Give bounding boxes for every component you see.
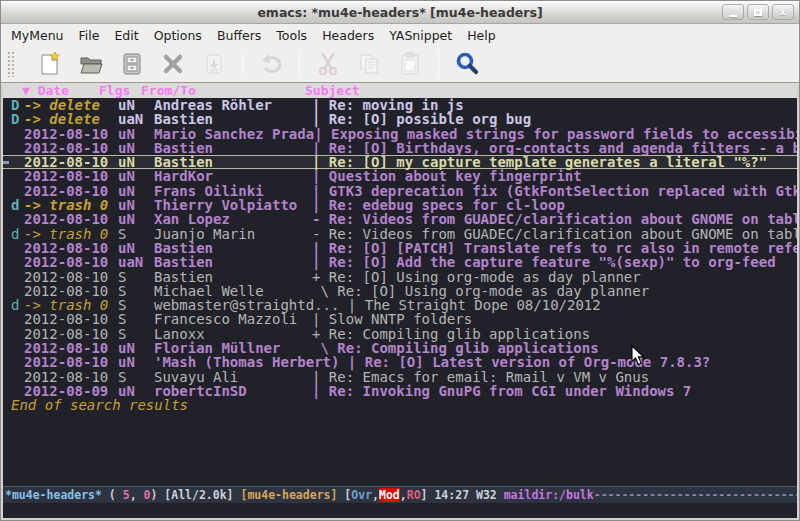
menu-item-mymenu[interactable]: MyMenu — [11, 28, 64, 43]
from-field: Bastien — [154, 255, 312, 269]
modeline-segment: maildir:/bulk — [504, 488, 594, 502]
message-row[interactable]: 2012-08-10uNMario Sanchez Prada| Exposin… — [3, 127, 797, 141]
mark-field — [11, 284, 24, 298]
flags-field: S — [118, 270, 154, 284]
date-field: 2012-08-10 — [24, 341, 118, 355]
flags-field: uN — [118, 169, 154, 183]
modeline-segment: , — [372, 488, 379, 502]
undo-arrow-icon — [258, 51, 284, 77]
message-row[interactable]: 2012-08-10uNBastien| Re: [O] [PATCH] Tra… — [3, 241, 797, 255]
message-row[interactable]: D-> deleteuNAndreas Röhler| Re: moving i… — [3, 98, 797, 112]
mark-field — [11, 212, 24, 226]
menu-item-edit[interactable]: Edit — [114, 28, 138, 43]
mark-field: D — [11, 112, 24, 126]
open-file-button[interactable] — [78, 51, 104, 77]
message-row[interactable]: 2012-08-10uNFrans Oilinki| GTK3 deprecat… — [3, 184, 797, 198]
date-field: 2012-08-10 — [24, 255, 118, 269]
column-from-to: From/To — [141, 83, 305, 98]
message-list: D-> deleteuNAndreas Röhler| Re: moving i… — [3, 98, 797, 398]
emacs-frame: ▼ Date Flgs From/To Subject D-> deleteuN… — [1, 83, 799, 520]
flags-field: S — [118, 370, 154, 384]
flags-field: uN — [118, 355, 154, 369]
flags-field: uN — [118, 384, 154, 398]
from-field: Suvayu Ali — [154, 370, 312, 384]
minimize-icon — [729, 15, 737, 17]
date-field: -> delete — [24, 112, 118, 126]
title-bar[interactable]: emacs: *mu4e-headers* [mu4e-headers] x — [1, 1, 799, 24]
mark-field — [11, 127, 24, 141]
mark-field: d — [11, 227, 24, 241]
new-file-button[interactable] — [37, 51, 63, 77]
subject-field: | Exposing masked strings for password f… — [314, 127, 799, 141]
message-row[interactable]: 2012-08-10uNBastien| Re: [O] my capture … — [3, 155, 797, 169]
message-row[interactable]: 2012-08-09uNrobertcInSD| Re: Invoking Gn… — [3, 384, 797, 398]
from-field: Michael Welle — [154, 284, 312, 298]
mark-field — [11, 141, 24, 155]
message-row[interactable]: 2012-08-10SLanoxx+ Re: Compiling glib ap… — [3, 327, 797, 341]
message-row[interactable]: 2012-08-10SSuvayu Ali| Re: Emacs for ema… — [3, 370, 797, 384]
mark-field — [11, 169, 24, 183]
message-row[interactable]: D-> deleteuaNBastien| Re: [O] possible o… — [3, 112, 797, 126]
close-buffer-button[interactable] — [160, 51, 186, 77]
message-row[interactable]: d-> trash 0uNThierry Volpiatto| Re: edeb… — [3, 198, 797, 212]
modeline-segment: *mu4e-headers* — [5, 488, 102, 502]
date-field: 2012-08-10 — [24, 312, 118, 326]
minimize-button[interactable] — [722, 4, 744, 20]
echo-area[interactable] — [3, 503, 797, 518]
menu-item-file[interactable]: File — [79, 28, 100, 43]
sort-descending-icon: ▼ — [22, 83, 30, 98]
save-drawer-icon — [120, 51, 144, 77]
subject-field: \ Re: Compiling glib applications — [312, 341, 599, 355]
message-row[interactable]: d-> trash 0Swebmaster@straightd... | The… — [3, 298, 797, 312]
subject-field: + Re: Compiling glib applications — [312, 327, 590, 341]
flags-field: uaN — [118, 255, 154, 269]
close-button[interactable]: x — [772, 4, 794, 20]
from-field: Bastien — [154, 241, 312, 255]
menu-item-headers[interactable]: Headers — [322, 28, 374, 43]
undo-button — [258, 51, 284, 77]
date-field: 2012-08-10 — [24, 156, 118, 168]
mark-field — [11, 312, 24, 326]
flags-field: uN — [118, 127, 154, 141]
from-field: webmaster@straightd... — [154, 298, 339, 312]
menu-item-buffers[interactable]: Buffers — [217, 28, 261, 43]
subject-field: - Re: Videos from GUADEC/clarification a… — [312, 212, 799, 226]
column-date: ▼ Date — [11, 83, 99, 98]
message-row[interactable]: 2012-08-10uNBastien| Re: [O] Birthdays, … — [3, 141, 797, 155]
toolbar-grip-handle[interactable] — [7, 51, 14, 77]
flags-field: uN — [118, 341, 154, 355]
subject-field: | Question about key fingerprint — [312, 169, 582, 183]
date-field: 2012-08-10 — [24, 184, 118, 198]
date-field: 2012-08-10 — [24, 141, 118, 155]
search-button[interactable] — [454, 51, 480, 77]
menu-bar: MyMenuFileEditOptionsBuffersToolsHeaders… — [1, 24, 799, 46]
subject-field: \ Re: [O] Using org-mode as day planner — [312, 284, 649, 298]
maximize-icon — [754, 9, 762, 16]
mark-field — [11, 370, 24, 384]
subject-field: | GTK3 deprecation fix (GtkFontSelection… — [312, 184, 799, 198]
subject-field: | Re: [O] Birthdays, org-contacts and ag… — [312, 141, 799, 155]
message-row[interactable]: 2012-08-10SMichael Welle \ Re: [O] Using… — [3, 284, 797, 298]
menu-item-yasnippet[interactable]: YASnippet — [389, 28, 452, 43]
message-row[interactable]: 2012-08-10uNFlorian Müllner \ Re: Compil… — [3, 341, 797, 355]
emacs-window: emacs: *mu4e-headers* [mu4e-headers] x M… — [0, 0, 800, 521]
from-field: Francesco Mazzoli — [154, 312, 312, 326]
menu-item-tools[interactable]: Tools — [276, 28, 307, 43]
maximize-button[interactable] — [747, 4, 769, 20]
close-icon: x — [780, 7, 786, 17]
modeline-segment: 5 — [123, 488, 130, 502]
save-buffer-button[interactable] — [119, 51, 145, 77]
end-of-results-text: End of search results — [3, 398, 797, 412]
message-row[interactable]: d-> trash 0SJuanjo Marin- Re: Videos fro… — [3, 227, 797, 241]
message-row[interactable]: 2012-08-10uN'Mash (Thomas Herbert) | Re:… — [3, 355, 797, 369]
tool-bar — [1, 46, 799, 83]
message-row[interactable]: 2012-08-10SBastien+ Re: [O] Using org-mo… — [3, 270, 797, 284]
message-row[interactable]: 2012-08-10uNHardKor| Question about key … — [3, 169, 797, 183]
subject-field: | Re: [O] possible org bug — [312, 112, 531, 126]
menu-item-help[interactable]: Help — [467, 28, 496, 43]
message-row[interactable]: 2012-08-10SFrancesco Mazzoli| Slow NNTP … — [3, 312, 797, 326]
message-row[interactable]: 2012-08-10uNXan Lopez- Re: Videos from G… — [3, 212, 797, 226]
menu-item-options[interactable]: Options — [154, 28, 202, 43]
message-row[interactable]: 2012-08-10uaNBastien| Re: [O] Add the ca… — [3, 255, 797, 269]
column-flags: Flgs — [99, 83, 141, 98]
